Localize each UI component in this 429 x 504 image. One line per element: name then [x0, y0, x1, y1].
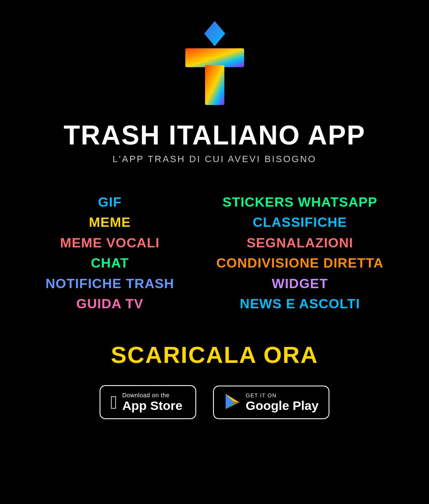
feature-left-item: CHAT: [91, 255, 129, 271]
feature-left-item: MEME: [89, 214, 131, 230]
features-right: STICKERS WHATSAPPCLASSIFICHESEGNALAZIONI…: [216, 194, 384, 312]
features-left: GIFMEMEMEME VOCALICHATNOTIFICHE TRASHGUI…: [45, 194, 174, 312]
appstore-small-label: Download on the: [122, 392, 182, 399]
google-play-icon: [224, 393, 241, 412]
download-cta-title: SCARICALA ORA: [111, 341, 318, 368]
feature-left-item: GIF: [98, 194, 121, 210]
feature-right-item: NEWS E ASCOLTI: [240, 296, 360, 312]
appstore-button[interactable]:  Download on the App Store: [100, 385, 196, 419]
googleplay-small-label: GET IT ON: [246, 392, 318, 399]
appstore-large-label: App Store: [122, 399, 182, 412]
app-title: TRASH ITALIANO APP: [63, 122, 366, 149]
googleplay-button[interactable]: GET IT ON Google Play: [213, 386, 329, 419]
feature-right-item: CONDIVISIONE DIRETTA: [216, 255, 384, 271]
features-section: GIFMEMEMEME VOCALICHATNOTIFICHE TRASHGUI…: [0, 194, 429, 312]
feature-left-item: MEME VOCALI: [60, 235, 160, 251]
feature-right-item: CLASSIFICHE: [253, 214, 347, 230]
feature-right-item: STICKERS WHATSAPP: [223, 194, 377, 210]
feature-right-item: SEGNALAZIONI: [247, 235, 353, 251]
feature-left-item: GUIDA TV: [76, 296, 144, 312]
svg-rect-1: [185, 48, 244, 67]
app-logo: [181, 17, 248, 109]
feature-left-item: NOTIFICHE TRASH: [45, 276, 174, 291]
apple-icon: : [111, 393, 117, 412]
googleplay-large-label: Google Play: [246, 399, 318, 412]
store-buttons:  Download on the App Store GET IT ON: [100, 385, 329, 419]
googleplay-text: GET IT ON Google Play: [246, 392, 318, 412]
appstore-text: Download on the App Store: [122, 392, 182, 412]
app-subtitle: L'APP TRASH DI CUI AVEVI BISOGNO: [113, 154, 316, 165]
svg-rect-2: [205, 65, 224, 105]
feature-right-item: WIDGET: [272, 276, 328, 291]
svg-marker-0: [204, 21, 225, 46]
